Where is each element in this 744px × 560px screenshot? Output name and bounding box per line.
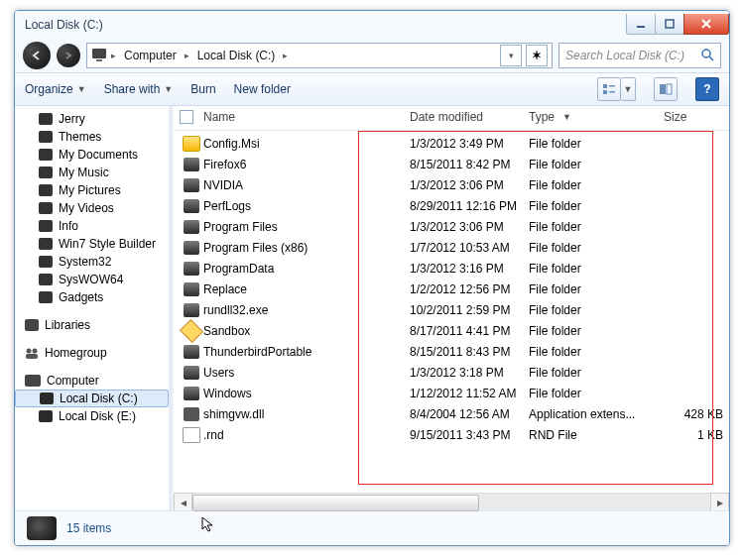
address-box[interactable]: ▸ Computer ▸ Local Disk (C:) ▸ ▾ ✶ — [86, 43, 553, 68]
svg-rect-9 — [609, 91, 615, 93]
file-name: ProgramData — [203, 262, 410, 276]
sidebar-drive[interactable]: Local Disk (C:) — [15, 390, 169, 407]
new-folder-button[interactable]: New folder — [234, 82, 291, 96]
file-row[interactable]: Windows1/12/2012 11:52 AMFile folder — [180, 383, 723, 403]
chevron-right-icon[interactable]: ▸ — [185, 51, 189, 60]
sidebar-drive[interactable]: Local Disk (E:) — [15, 407, 169, 425]
file-row[interactable]: Users1/3/2012 3:18 PMFile folder — [180, 362, 723, 383]
file-row[interactable]: NVIDIA1/3/2012 3:06 PMFile folder — [180, 174, 723, 195]
title-bar[interactable]: Local Disk (C:) — [15, 11, 729, 39]
preview-pane-button[interactable] — [654, 77, 678, 101]
sidebar-root-homegroup[interactable]: Homegroup — [15, 344, 169, 362]
sidebar-item-label: System32 — [59, 255, 111, 269]
sidebar-root[interactable]: Computer — [15, 372, 169, 390]
burn-button[interactable]: Burn — [190, 82, 215, 96]
file-name: rundll32.exe — [203, 303, 410, 317]
file-date: 8/15/2011 8:42 PM — [410, 158, 529, 171]
chevron-right-icon[interactable]: ▸ — [283, 51, 288, 60]
column-size[interactable]: Size — [664, 110, 723, 124]
back-button[interactable] — [23, 42, 51, 69]
file-name: .rnd — [203, 428, 410, 442]
file-type: File folder — [529, 241, 664, 255]
file-size: 1 KB — [664, 428, 723, 442]
folder-icon — [184, 282, 199, 296]
toolbar: Organize ▼ Share with ▼ Burn New folder … — [15, 72, 729, 106]
minimize-button[interactable] — [626, 14, 656, 35]
column-date[interactable]: Date modified — [410, 110, 529, 124]
share-with-button[interactable]: Share with ▼ — [104, 82, 174, 96]
path-dropdown-button[interactable]: ▾ — [500, 45, 522, 66]
file-row[interactable]: ProgramData1/3/2012 3:16 PMFile folder — [180, 258, 723, 279]
folder-icon — [39, 113, 53, 125]
file-row[interactable]: Program Files (x86)1/7/2012 10:53 AMFile… — [180, 237, 723, 258]
file-type: File folder — [529, 282, 664, 296]
sidebar-item[interactable]: Themes — [15, 128, 169, 146]
file-row[interactable]: Firefox68/15/2011 8:42 PMFile folder — [180, 154, 723, 174]
file-row[interactable]: PerfLogs8/29/2011 12:16 PMFile folder — [180, 195, 723, 216]
scroll-thumb[interactable] — [192, 495, 479, 511]
file-date: 1/3/2012 3:06 PM — [410, 220, 529, 234]
breadcrumb-local-c[interactable]: Local Disk (C:) — [193, 47, 280, 64]
select-all-checkbox[interactable] — [180, 110, 193, 124]
maximize-button[interactable] — [655, 14, 684, 35]
scroll-left-button[interactable]: ◂ — [174, 493, 192, 511]
sidebar-item[interactable]: My Pictures — [15, 181, 169, 199]
status-item-count: 15 items — [66, 521, 111, 535]
installer-folder-icon — [183, 136, 200, 152]
sidebar-item[interactable]: My Documents — [15, 146, 169, 164]
close-button[interactable] — [683, 14, 729, 35]
file-row[interactable]: shimgvw.dll8/4/2004 12:56 AMApplication … — [180, 403, 723, 424]
file-list[interactable]: Config.Msi1/3/2012 3:49 PMFile folderFir… — [174, 131, 729, 493]
sidebar-item[interactable]: My Music — [15, 164, 169, 181]
body: JerryThemesMy DocumentsMy MusicMy Pictur… — [15, 106, 729, 510]
file-row[interactable]: .rnd9/15/2011 3:43 PMRND File1 KB — [180, 424, 723, 445]
sidebar-root[interactable]: Libraries — [15, 316, 169, 334]
folder-icon — [39, 202, 53, 214]
file-date: 10/2/2011 2:59 PM — [410, 303, 529, 317]
sidebar-item[interactable]: Gadgets — [15, 288, 169, 306]
chevron-down-icon: ▼ — [562, 112, 571, 122]
view-mode-button[interactable]: ▼ — [597, 77, 636, 101]
folder-icon — [184, 262, 199, 276]
favorites-button[interactable]: ✶ — [526, 45, 548, 66]
organize-button[interactable]: Organize ▼ — [25, 82, 86, 96]
forward-button[interactable] — [57, 44, 80, 67]
file-row[interactable]: ThunderbirdPortable8/15/2011 8:43 PMFile… — [180, 341, 723, 362]
breadcrumb-computer[interactable]: Computer — [120, 47, 181, 64]
file-row[interactable]: Config.Msi1/3/2012 3:49 PMFile folder — [180, 133, 723, 154]
column-headers: Name Date modified Type ▼ Size — [174, 106, 729, 131]
file-row[interactable]: rundll32.exe10/2/2011 2:59 PMFile folder — [180, 299, 723, 320]
column-name[interactable]: Name — [203, 110, 410, 124]
help-button[interactable]: ? — [695, 77, 719, 101]
scroll-right-button[interactable]: ▸ — [710, 493, 729, 511]
folder-icon — [184, 303, 199, 317]
file-type: File folder — [529, 220, 664, 234]
folder-icon — [39, 131, 53, 143]
file-list-pane: Name Date modified Type ▼ Size Config.Ms… — [174, 106, 729, 510]
search-input[interactable]: Search Local Disk (C:) — [558, 43, 721, 68]
sidebar-item[interactable]: SysWOW64 — [15, 271, 169, 288]
search-icon[interactable] — [700, 48, 714, 64]
sidebar-item[interactable]: My Videos — [15, 199, 169, 217]
sidebar-item[interactable]: Win7 Style Builder — [15, 235, 169, 253]
scroll-track[interactable] — [192, 494, 710, 510]
sidebar-item[interactable]: System32 — [15, 253, 169, 271]
hard-disk-icon — [39, 410, 53, 422]
horizontal-scrollbar[interactable]: ◂ ▸ — [174, 493, 729, 510]
column-type[interactable]: Type ▼ — [529, 110, 664, 124]
file-date: 1/7/2012 10:53 AM — [410, 241, 529, 255]
file-row[interactable]: Replace1/2/2012 12:56 PMFile folder — [180, 279, 723, 299]
status-bar: 15 items — [15, 510, 729, 545]
svg-point-4 — [702, 50, 710, 57]
svg-point-12 — [27, 349, 32, 354]
sidebar-item-label: My Pictures — [59, 183, 121, 197]
sidebar-item[interactable]: Info — [15, 217, 169, 235]
sidebar-item[interactable]: Jerry — [15, 110, 169, 128]
chevron-right-icon[interactable]: ▸ — [111, 51, 116, 60]
folder-icon — [184, 220, 199, 234]
sidebar-item-label: Gadgets — [59, 290, 103, 304]
file-row[interactable]: Program Files1/3/2012 3:06 PMFile folder — [180, 216, 723, 237]
navigation-sidebar[interactable]: JerryThemesMy DocumentsMy MusicMy Pictur… — [15, 106, 170, 510]
file-row[interactable]: Sandbox8/17/2011 4:41 PMFile folder — [180, 320, 723, 341]
search-placeholder: Search Local Disk (C:) — [565, 49, 684, 62]
